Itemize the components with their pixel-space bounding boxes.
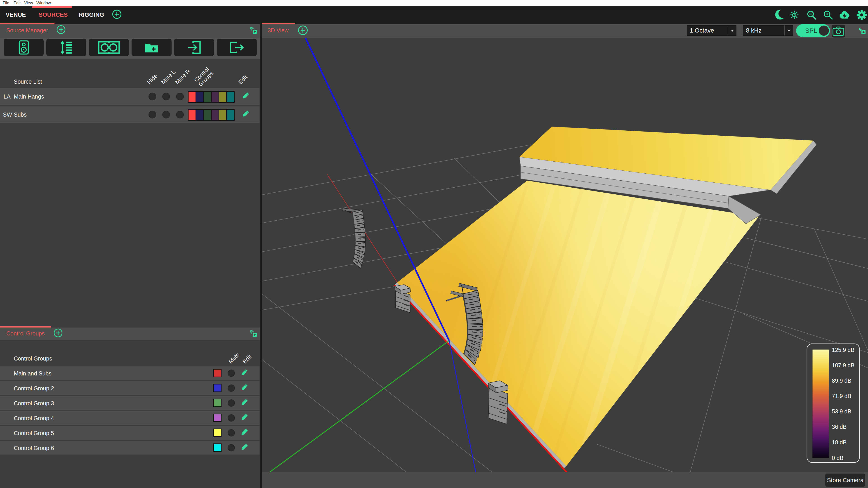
svg-text:36 dB: 36 dB [832, 424, 846, 430]
svg-text:0 dB: 0 dB [832, 455, 843, 461]
svg-text:18 dB: 18 dB [832, 439, 846, 446]
svg-text:89.9 dB: 89.9 dB [832, 377, 851, 384]
svg-text:125.9 dB: 125.9 dB [832, 347, 855, 353]
svg-text:107.9 dB: 107.9 dB [832, 362, 855, 368]
svg-text:71.9 dB: 71.9 dB [832, 393, 851, 399]
svg-text:53.9 dB: 53.9 dB [832, 408, 851, 415]
